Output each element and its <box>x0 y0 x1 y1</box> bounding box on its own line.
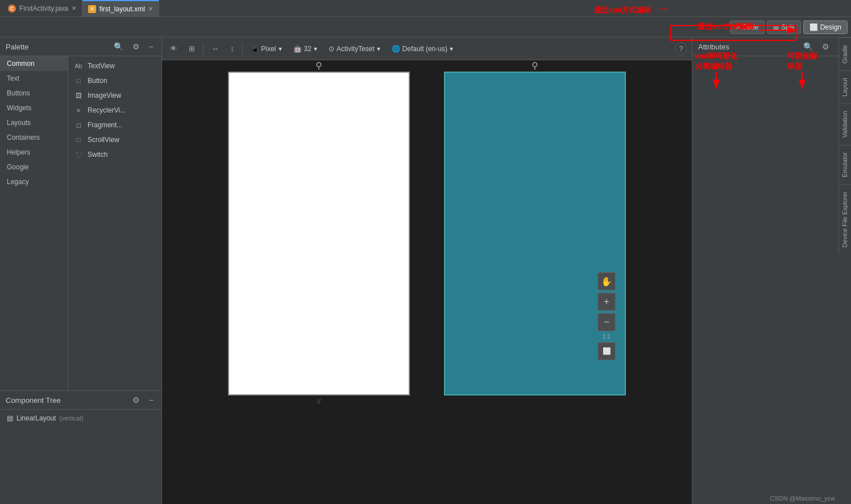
split-label: Split <box>781 23 794 31</box>
attributes-settings-button[interactable]: ⚙ <box>820 41 832 52</box>
palette-cat-buttons[interactable]: Buttons <box>0 86 68 101</box>
component-tree: Component Tree ⚙ − ▤ LinearLayout (verti… <box>0 390 161 504</box>
palette-cat-helpers[interactable]: Helpers <box>0 145 68 160</box>
resize-handle: // <box>317 398 321 405</box>
palette-cat-text[interactable]: Text <box>0 71 68 86</box>
phone-preview-wireframe: ⚲ // <box>228 72 410 405</box>
recyclerview-icon: ≡ <box>74 106 83 115</box>
palette-cat-containers[interactable]: Containers <box>0 130 68 145</box>
tab-xml[interactable]: X first_layout.xml ✕ <box>82 0 159 16</box>
palette-minimize-button[interactable]: − <box>147 41 156 52</box>
right-tab-gradle[interactable]: Gradle <box>839 38 851 70</box>
api-icon: 🤖 <box>293 45 302 53</box>
palette-widgets: Ab TextView □ Button 🖼 ImageView ≡ Recyc… <box>68 56 161 390</box>
palette-cat-google[interactable]: Google <box>0 160 68 174</box>
code-mode-button[interactable]: ≡ Code <box>730 20 765 34</box>
device-dropdown[interactable]: 📱 Pixel ▾ <box>247 43 285 55</box>
design-area: 👁 ⊞ ↔ ↕ 📱 Pixel ▾ 🤖 32 ▾ ⊙ ActivityTeset… <box>162 38 692 504</box>
design-canvas-area[interactable]: ⚲ // ⚲ ✋ + − 1:1 ⬜ <box>162 60 692 504</box>
zoom-out-button[interactable]: − <box>597 313 616 331</box>
api-label: 32 <box>304 45 312 53</box>
help-button[interactable]: ? <box>675 43 687 55</box>
palette-title: Palette <box>6 43 107 51</box>
fit-button[interactable]: ⬜ <box>597 342 616 360</box>
api-dropdown[interactable]: 🤖 32 ▾ <box>290 43 321 55</box>
scrollview-label: ScrollView <box>88 136 119 144</box>
right-tab-validation[interactable]: Validation <box>839 103 851 145</box>
design-label: Design <box>820 23 841 31</box>
palette-cat-widgets[interactable]: Widgets <box>0 101 68 115</box>
pan-button[interactable]: ✋ <box>597 272 616 290</box>
tab-java[interactable]: C FirstActivity.java ✕ <box>2 0 82 16</box>
component-tree-title: Component Tree <box>6 396 126 405</box>
linearlayout-label: LinearLayout <box>16 414 56 422</box>
blueprint-mode-button[interactable]: ⊞ <box>185 42 198 55</box>
split-mode-button[interactable]: ⊞ Split <box>767 20 800 34</box>
linearlayout-secondary: (vertical) <box>59 415 83 422</box>
toolbar-sep-1 <box>203 43 204 55</box>
textview-icon: Ab <box>74 61 83 70</box>
palette-cat-common[interactable]: Common <box>0 56 68 71</box>
palette-categories: Common Text Buttons Widgets Layouts Cont… <box>0 56 68 390</box>
widget-switch[interactable]: ⚫ Switch <box>68 147 161 162</box>
fragment-label: Fragment... <box>88 121 122 129</box>
zoom-in-button[interactable]: + <box>597 293 616 311</box>
tab-xml-label: first_layout.xml <box>99 5 145 13</box>
vertical-move-button[interactable]: ↕ <box>227 42 238 55</box>
widget-imageview[interactable]: 🖼 ImageView <box>68 88 161 103</box>
textview-label: TextView <box>88 62 115 70</box>
button-label: Button <box>88 77 107 85</box>
palette-search-button[interactable]: 🔍 <box>111 41 126 52</box>
locale-dropdown[interactable]: 🌐 Default (en-us) ▾ <box>388 43 456 55</box>
right-tab-emulator[interactable]: Emulator <box>839 145 851 184</box>
palette-cat-legacy[interactable]: Legacy <box>0 174 68 189</box>
view-mode-button[interactable]: 👁 <box>167 42 181 55</box>
button-icon: □ <box>74 76 83 85</box>
imageview-label: ImageView <box>88 91 121 99</box>
tree-item-linearlayout[interactable]: ▤ LinearLayout (vertical) <box>7 414 155 422</box>
palette-settings-button[interactable]: ⚙ <box>130 41 142 52</box>
device-icon: 📱 <box>251 45 259 53</box>
widget-fragment[interactable]: ◻ Fragment... <box>68 118 161 132</box>
phone-screen-white <box>228 72 410 395</box>
palette-panel: Palette 🔍 ⚙ − Common Text Buttons Widget… <box>0 38 162 504</box>
tab-bar: C FirstActivity.java ✕ X first_layout.xm… <box>0 0 851 17</box>
widget-button[interactable]: □ Button <box>68 73 161 88</box>
attributes-search-button[interactable]: 🔍 <box>801 41 815 52</box>
widget-recyclerview[interactable]: ≡ RecyclerVi... <box>68 103 161 118</box>
pin-icon-2: ⚲ <box>532 60 538 71</box>
right-tab-device-file[interactable]: Device File Explorer <box>839 184 851 254</box>
tab-xml-close[interactable]: ✕ <box>148 6 153 12</box>
code-icon: ≡ <box>736 23 740 31</box>
horizontal-move-button[interactable]: ↔ <box>208 42 222 55</box>
attributes-title: Attributes <box>698 43 796 51</box>
design-icon: ⬜ <box>810 23 818 31</box>
device-chevron: ▾ <box>279 45 282 53</box>
locale-icon: 🌐 <box>392 45 400 53</box>
linearlayout-icon: ▤ <box>7 414 13 422</box>
activity-dropdown[interactable]: ⊙ ActivityTeset ▾ <box>325 43 384 55</box>
split-icon: ⊞ <box>773 23 779 31</box>
top-toolbar: 通过xml方式编辑 → ≡ Code ⊞ Split ⬜ Design <box>0 17 851 38</box>
component-tree-settings-button[interactable]: ⚙ <box>130 394 142 406</box>
widget-scrollview[interactable]: □ ScrollView <box>68 132 161 147</box>
component-tree-minimize-button[interactable]: − <box>147 394 156 406</box>
palette-header: Palette 🔍 ⚙ − <box>0 38 161 56</box>
xml-icon: X <box>88 5 96 13</box>
phone-screen-teal: ✋ + − 1:1 ⬜ <box>444 72 626 395</box>
design-toolbar: 👁 ⊞ ↔ ↕ 📱 Pixel ▾ 🤖 32 ▾ ⊙ ActivityTeset… <box>162 38 692 60</box>
recyclerview-label: RecyclerVi... <box>88 106 126 114</box>
component-tree-header: Component Tree ⚙ − <box>0 391 161 410</box>
palette-cat-layouts[interactable]: Layouts <box>0 115 68 130</box>
design-mode-button[interactable]: ⬜ Design <box>803 20 848 34</box>
fragment-icon: ◻ <box>74 120 83 130</box>
tab-java-close[interactable]: ✕ <box>72 5 76 11</box>
right-tab-layout[interactable]: Layout <box>839 70 851 103</box>
component-tree-body: ▤ LinearLayout (vertical) <box>0 410 161 427</box>
switch-label: Switch <box>88 151 107 159</box>
tab-java-label: FirstActivity.java <box>19 5 68 13</box>
switch-icon: ⚫ <box>74 150 83 159</box>
zoom-ratio-label: 1:1 <box>597 334 616 340</box>
widget-textview[interactable]: Ab TextView <box>68 59 161 73</box>
toolbar-sep-2 <box>242 43 243 55</box>
